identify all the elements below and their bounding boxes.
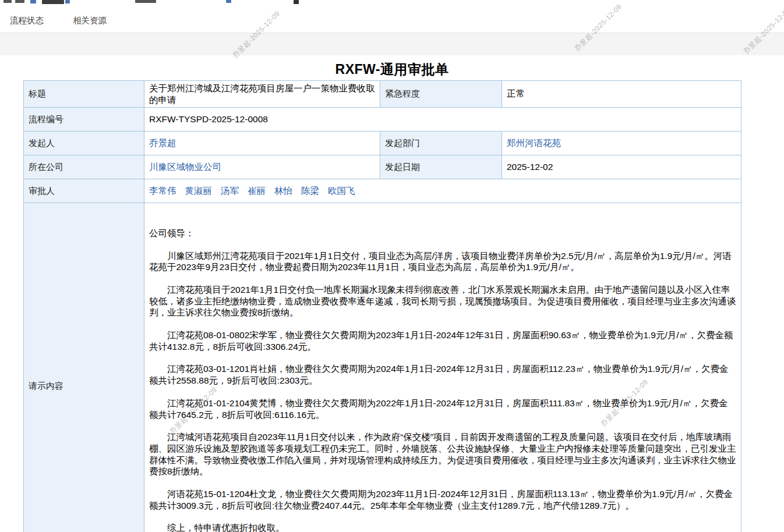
field-value-content: 公司领导：川豫区域郑州江湾花苑项目于2021年1月1日交付，项目业态为高层/洋房… [144,203,741,532]
field-label-initiator: 发起人 [24,132,144,155]
field-value-start-date: 2025-12-02 [502,155,741,179]
row-flow-no: 流程编号 RXFW-TYSPD-2025-12-0008 [24,108,741,132]
field-label-start-date: 发起日期 [380,155,502,179]
clipped-tab-fragment [15,0,24,3]
tab-bar: 流程状态 相关资源 [0,8,784,33]
clipped-tab-fragment [30,0,36,3]
approver-link[interactable]: 黄淑丽 [185,186,213,196]
approver-link[interactable]: 陈梁 [301,186,319,196]
field-value-title: 关于郑州江湾城及江湾花苑项目房屋一户一策物业费收取的申请 [144,81,380,108]
company-link[interactable]: 川豫区域物业公司 [149,162,221,172]
field-value-dept: 郑州河语花苑 [502,132,741,155]
approver-link[interactable]: 崔丽 [248,186,266,196]
form-title: RXFW-通用审批单 [0,55,784,80]
field-label-urgency: 紧急程度 [380,81,502,108]
approval-page: { "watermark": { "text": "乔景超-2025-12-09… [0,0,784,532]
row-initiator: 发起人 乔景超 发起部门 郑州河语花苑 [24,132,741,155]
clipped-tab-fragment [135,0,156,3]
field-label-flow-no: 流程编号 [24,108,144,132]
content-paragraph: 江湾花苑01-01-2104黄梵博，物业费往欠欠费周期为2022年1月1日-20… [149,398,736,420]
approval-form-table: 标题 关于郑州江湾城及江湾花苑项目房屋一户一策物业费收取的申请 紧急程度 正常 … [23,80,741,532]
content-paragraph: 综上，特申请优惠折扣收取。 [149,522,736,532]
initiator-link[interactable]: 乔景超 [149,138,176,148]
header-band [0,33,784,55]
row-title: 标题 关于郑州江湾城及江湾花苑项目房屋一户一策物业费收取的申请 紧急程度 正常 [24,81,741,108]
approver-link[interactable]: 汤军 [221,186,239,196]
field-value-initiator: 乔景超 [144,132,380,155]
field-label-approvers: 审批人 [24,179,144,203]
clipped-tab-fragment [294,0,299,4]
field-label-content: 请示内容 [24,203,144,532]
approver-link[interactable]: 欧国飞 [328,186,355,196]
content-paragraph: 河语花苑15-01-1204杜文龙，物业费往欠欠费周期为2023年11月1日-2… [149,488,736,511]
tab-process-status[interactable]: 流程状态 [10,15,44,26]
content-paragraph: 川豫区域郑州江湾花苑项目于2021年1月1日交付，项目业态为高层/洋房，该项目物… [149,250,736,273]
field-label-dept: 发起部门 [380,132,502,155]
field-label-company: 所在公司 [24,155,144,179]
field-value-flow-no: RXFW-TYSPD-2025-12-0008 [144,108,741,132]
clipped-tab-fragment [226,0,231,3]
clipped-tab-row [0,0,784,8]
clipped-tab-fragment [3,0,12,3]
approver-link[interactable]: 李常伟 [149,186,176,196]
content-paragraph: 公司领导： [149,228,736,239]
field-value-approvers: 李常伟黄淑丽汤军崔丽林怡陈梁欧国飞 [144,179,741,203]
row-content: 请示内容 公司领导：川豫区域郑州江湾花苑项目于2021年1月1日交付，项目业态为… [24,203,741,532]
content-paragraph: 江湾城河语花苑项目自2023年11月1日交付以来，作为政府“保交楼”项目，目前因… [149,431,736,477]
approver-link[interactable]: 林怡 [274,186,292,196]
content-paragraph: 江湾花苑03-01-1201肖社娟，物业费往欠欠费周期为2024年1月1日-20… [149,363,736,386]
field-label-title: 标题 [24,81,144,108]
field-value-urgency: 正常 [502,81,741,108]
field-value-company: 川豫区域物业公司 [144,155,380,179]
tab-related-resources[interactable]: 相关资源 [73,15,107,26]
row-company: 所在公司 川豫区域物业公司 发起日期 2025-12-02 [24,155,741,179]
content-paragraph: 江湾花苑08-01-0802宋学军，物业费往欠欠费周期为2023年1月1日-20… [149,329,736,352]
clipped-tab-fragment [65,0,70,3]
content-paragraph: 江湾花苑项目于2021年1月1日交付负一地库长期漏水现象未得到彻底改善，北门水系… [149,284,736,318]
clipped-tab-fragment [42,0,64,4]
row-approvers: 审批人 李常伟黄淑丽汤军崔丽林怡陈梁欧国飞 [24,179,741,203]
dept-link[interactable]: 郑州河语花苑 [507,138,561,148]
